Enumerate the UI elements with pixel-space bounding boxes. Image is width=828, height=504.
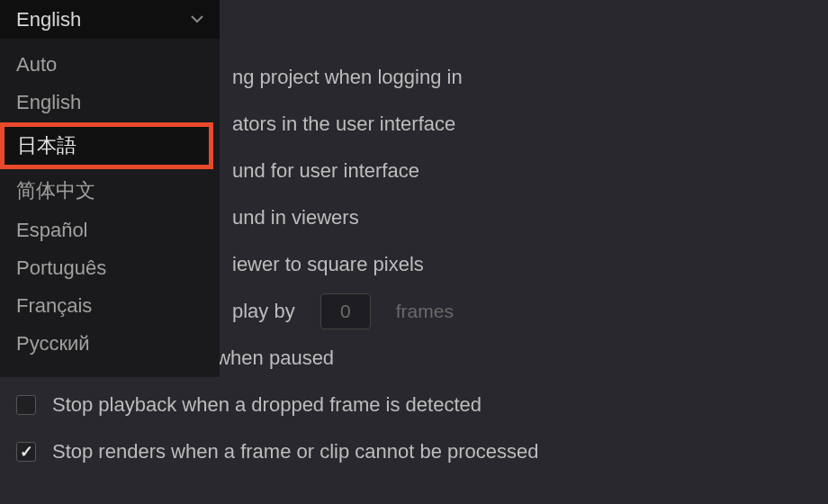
language-option-english[interactable]: English — [0, 84, 220, 122]
language-option-spanish[interactable]: Español — [0, 212, 220, 249]
language-option-japanese[interactable]: 日本語 — [0, 122, 213, 169]
pref-stop-renders-missing: Stop renders when a frame or clip cannot… — [11, 428, 828, 475]
setting-label: und for user interface — [232, 159, 419, 183]
setting-label: ators in the user interface — [232, 112, 455, 136]
setting-label: ng project when logging in — [232, 66, 463, 89]
checkbox[interactable] — [16, 395, 36, 415]
setting-label: play by — [232, 300, 295, 323]
language-dropdown[interactable]: English Auto English 日本語 简体中文 Español Po… — [0, 0, 220, 377]
pref-stop-playback-dropped: Stop playback when a dropped frame is de… — [11, 382, 828, 428]
language-option-french[interactable]: Français — [0, 287, 220, 325]
chevron-down-icon — [191, 14, 203, 26]
language-option-russian[interactable]: Русский — [0, 325, 220, 363]
setting-label: iewer to square pixels — [232, 253, 424, 276]
language-option-simplified-chinese[interactable]: 简体中文 — [0, 170, 220, 212]
checkbox[interactable] — [16, 442, 36, 462]
language-option-auto[interactable]: Auto — [0, 46, 220, 84]
language-option-portuguese[interactable]: Português — [0, 249, 220, 287]
setting-label: Stop renders when a frame or clip cannot… — [52, 440, 539, 464]
language-dropdown-selected[interactable]: English — [0, 0, 220, 39]
frames-unit-label: frames — [396, 301, 454, 322]
language-selected-label: English — [16, 8, 81, 32]
setting-label: Stop playback when a dropped frame is de… — [52, 393, 482, 417]
frames-input[interactable] — [320, 293, 371, 329]
language-dropdown-list: Auto English 日本語 简体中文 Español Português … — [0, 39, 220, 377]
setting-label: und in viewers — [232, 206, 359, 230]
